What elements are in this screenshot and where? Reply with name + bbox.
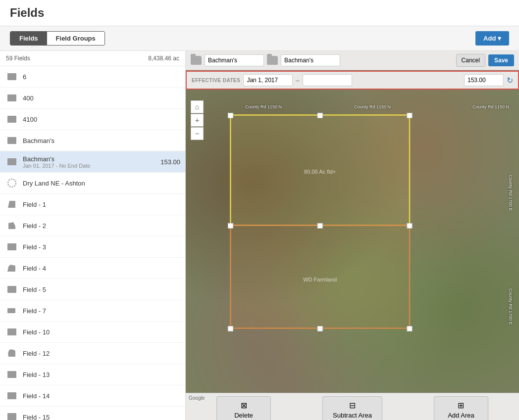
handle-tr[interactable] — [407, 113, 412, 118]
field-info: Field - 2 — [23, 222, 180, 230]
svg-point-5 — [8, 179, 16, 187]
folder-icon-left — [191, 56, 202, 65]
handle-br[interactable] — [407, 326, 412, 331]
add-area-button[interactable]: ⊞ Add Area — [434, 396, 488, 420]
field-info: Field - 4 — [23, 265, 180, 272]
acreage-input[interactable] — [464, 74, 504, 86]
page-header: Fields — [0, 0, 519, 26]
field-item[interactable]: Field - 15 — [0, 407, 185, 420]
field-info: 6 — [23, 73, 180, 81]
field-item[interactable]: 4100 — [0, 109, 185, 130]
svg-rect-15 — [7, 413, 16, 420]
add-button[interactable]: Add ▾ — [475, 31, 509, 46]
field-item[interactable]: Field - 5 — [0, 279, 185, 300]
map-area: Cancel Save EFFECTIVE DATES – ↻ — [186, 51, 519, 420]
field-item[interactable]: Field - 12 — [0, 343, 185, 364]
field-item[interactable]: Bachman'sJan 01, 2017 - No End Date153.0… — [0, 151, 185, 173]
field-name-label: Field - 13 — [23, 371, 180, 378]
field-name-label: Field - 4 — [23, 265, 180, 272]
field-name-label: Field - 1 — [23, 201, 180, 208]
location-input-2[interactable] — [281, 54, 340, 66]
tab-field-groups[interactable]: Field Groups — [47, 32, 104, 45]
field-name-label: Field - 2 — [23, 222, 180, 230]
field-icon — [5, 346, 19, 360]
map-top-bar: Cancel Save — [186, 51, 519, 70]
field-info: 4100 — [23, 116, 180, 123]
field-info: Bachman'sJan 01, 2017 - No End Date — [23, 155, 156, 169]
field-info: Field - 3 — [23, 243, 180, 251]
sidebar-stats: 59 Fields 8,438.46 ac — [0, 51, 185, 66]
svg-rect-14 — [7, 392, 16, 399]
refresh-icon[interactable]: ↻ — [507, 76, 513, 85]
delete-label: Delete — [234, 412, 253, 419]
field-name-label: Field - 7 — [23, 307, 180, 315]
subtract-area-button[interactable]: ⊟ Subtract Area — [322, 396, 382, 420]
effective-date-start[interactable] — [243, 74, 293, 86]
svg-rect-1 — [7, 94, 16, 101]
field-item[interactable]: Field - 1 — [0, 194, 185, 215]
handle-ml[interactable] — [228, 223, 233, 228]
field-icon — [5, 197, 19, 211]
fields-count: 59 Fields — [6, 55, 30, 62]
map-zoom-out-button[interactable]: − — [191, 127, 204, 140]
location-input-1[interactable] — [205, 54, 264, 66]
field-item[interactable]: Field - 14 — [0, 385, 185, 407]
field-area-label-upper: 80.00 Ac fld+ — [304, 169, 336, 175]
field-item[interactable]: 6 — [0, 66, 185, 88]
field-item[interactable]: Field - 2 — [0, 215, 185, 236]
field-item[interactable]: Field - 7 — [0, 300, 185, 322]
field-item[interactable]: Field - 4 — [0, 258, 185, 279]
field-acreage-value: 153.00 — [160, 158, 180, 166]
tab-fields[interactable]: Fields — [10, 32, 47, 45]
field-name-label: Field - 15 — [23, 414, 180, 420]
map-home-button[interactable]: ⌂ — [191, 100, 204, 113]
field-name-label: 4100 — [23, 116, 180, 123]
field-icon — [5, 389, 19, 403]
tab-group: Fields Field Groups — [10, 31, 105, 46]
road-label-2: County Rd 1150 N — [354, 104, 391, 109]
svg-marker-7 — [8, 222, 15, 229]
field-name-label: Field - 5 — [23, 286, 180, 293]
road-label-3: County Rd 1150 N — [472, 104, 509, 109]
road-label-1: County Rd 1150 N — [245, 104, 282, 109]
field-name-label: Bachman's — [23, 137, 180, 144]
road-label-right-2: County Rd 1700 E — [508, 288, 513, 325]
handle-center-mid[interactable] — [317, 223, 322, 228]
field-item[interactable]: 400 — [0, 88, 185, 109]
toolbar: Fields Field Groups Add ▾ — [0, 26, 519, 51]
map-zoom-in-button[interactable]: + — [191, 114, 204, 127]
folder-icon-right — [267, 56, 278, 65]
field-name-label: 6 — [23, 73, 180, 81]
field-icon — [5, 176, 19, 190]
field-item[interactable]: Bachman's — [0, 130, 185, 151]
delete-icon: ⊠ — [241, 401, 247, 410]
field-icon — [5, 219, 19, 233]
svg-rect-11 — [7, 308, 15, 313]
field-item[interactable]: Field - 3 — [0, 236, 185, 258]
handle-bl[interactable] — [228, 326, 233, 331]
handle-top-mid[interactable] — [317, 113, 322, 118]
field-icon — [5, 325, 19, 339]
field-name-label: Bachman's — [23, 155, 156, 163]
effective-date-end[interactable] — [303, 74, 352, 86]
field-item[interactable]: Field - 13 — [0, 364, 185, 385]
field-info: Field - 1 — [23, 201, 180, 208]
cancel-button[interactable]: Cancel — [456, 54, 485, 67]
map-bottom-bar: ⊠ Delete ⊟ Subtract Area ⊞ Add Area — [186, 393, 519, 420]
field-info: Bachman's — [23, 137, 180, 144]
field-name-label: 400 — [23, 94, 180, 102]
save-button[interactable]: Save — [488, 54, 514, 66]
field-item[interactable]: Field - 10 — [0, 322, 185, 343]
field-info: Field - 14 — [23, 392, 180, 400]
field-icon — [5, 368, 19, 381]
handle-mr[interactable] — [407, 223, 412, 228]
svg-rect-3 — [7, 137, 16, 144]
handle-tl[interactable] — [228, 113, 233, 118]
field-item[interactable]: Dry Land NE - Ashton — [0, 173, 185, 194]
svg-rect-4 — [7, 158, 16, 165]
svg-rect-0 — [7, 73, 16, 80]
field-info: Dry Land NE - Ashton — [23, 180, 180, 187]
handle-bot-mid[interactable] — [317, 326, 322, 331]
effective-dates-bar: EFFECTIVE DATES – ↻ — [186, 71, 519, 90]
delete-button[interactable]: ⊠ Delete — [216, 396, 271, 420]
